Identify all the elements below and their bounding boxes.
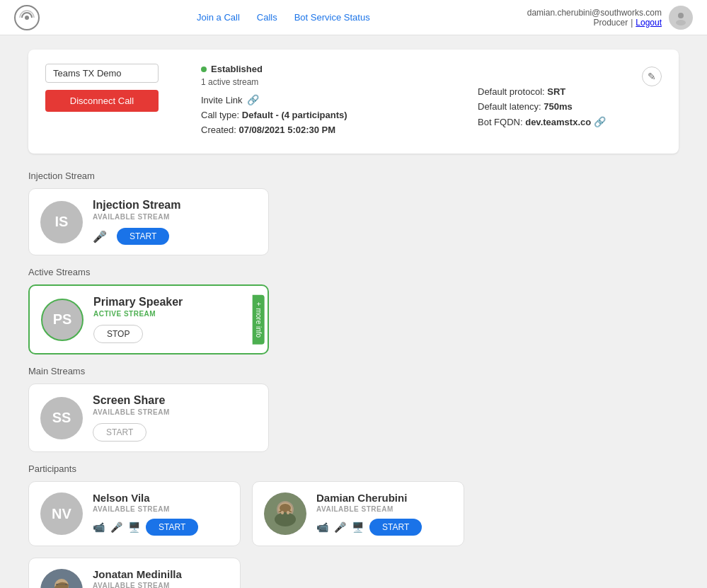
fqdn-row: Bot FQDN: dev.teamstx.co 🔗	[478, 116, 662, 127]
injection-stream-card: IS Injection Stream AVAILABLE STREAM 🎤 S…	[28, 188, 269, 255]
participant-status-2: AVAILABLE STREAM	[93, 582, 229, 588]
header-user: damian.cherubini@southworks.com Producer…	[527, 6, 693, 30]
participant-card-1: Damian Cherubini AVAILABLE STREAM 📹 🎤 🖥️…	[252, 481, 464, 546]
video-icon-1: 📹	[316, 521, 328, 533]
edit-icon: ✎	[648, 71, 656, 82]
screen-share-avatar: SS	[40, 397, 83, 439]
injection-start-button[interactable]: START	[117, 228, 169, 245]
participant-info-1: Damian Cherubini AVAILABLE STREAM 📹 🎤 🖥️…	[306, 492, 452, 536]
participant-card-0: NV Nelson Vila AVAILABLE STREAM 📹 🎤 🖥️ S…	[28, 481, 241, 546]
fqdn-copy-icon[interactable]: 🔗	[594, 116, 606, 127]
svg-point-2	[676, 20, 686, 25]
svg-point-1	[678, 13, 684, 18]
injection-stream-status: AVAILABLE STREAM	[93, 213, 257, 221]
injection-stream-actions: 🎤 START	[93, 228, 257, 245]
participant-card-2: Jonatan Medinilla AVAILABLE STREAM 📹 🎤 🖥…	[28, 558, 241, 588]
active-streams-section-label: Active Streams	[28, 267, 679, 277]
primary-speaker-avatar: PS	[41, 299, 84, 341]
protocol-row: Default protocol: SRT	[478, 86, 662, 97]
invite-copy-icon[interactable]: 🔗	[247, 94, 259, 105]
avatar	[669, 6, 693, 30]
header: Join a Call Calls Bot Service Status dam…	[0, 0, 707, 35]
participant-start-button-1[interactable]: START	[369, 519, 422, 536]
status-label: Established	[211, 64, 263, 74]
status-dot	[201, 67, 207, 72]
injection-stream-avatar: IS	[40, 201, 83, 243]
primary-speaker-status: ACTIVE STREAM	[93, 310, 256, 318]
video-icon-0: 📹	[93, 521, 105, 533]
injection-stream-section-label: Injection Stream	[28, 171, 679, 181]
nav-calls[interactable]: Calls	[257, 12, 277, 23]
screen-icon-0: 🖥️	[128, 521, 140, 533]
participant-status-1: AVAILABLE STREAM	[316, 505, 452, 513]
participant-start-button-0[interactable]: START	[146, 519, 198, 536]
active-stream-count: 1 active stream	[201, 77, 478, 87]
primary-speaker-initials: PS	[53, 311, 72, 328]
participant-name-2: Jonatan Medinilla	[93, 568, 229, 580]
main-streams-section-label: Main Streams	[28, 366, 679, 376]
fqdn-value: dev.teamstx.co	[525, 117, 591, 127]
call-card-middle: Established 1 active stream Invite Link …	[187, 64, 478, 139]
svg-rect-9	[287, 511, 289, 514]
call-dropdown[interactable]: Teams TX Demo	[45, 64, 159, 83]
injection-mic-icon: 🎤	[93, 230, 107, 243]
screen-share-start-button[interactable]: START	[93, 423, 146, 442]
user-info: damian.cherubini@southworks.com Producer…	[527, 8, 662, 28]
disconnect-button[interactable]: Disconnect Call	[45, 90, 159, 112]
participant-actions-1: 📹 🎤 🖥️ START	[316, 519, 452, 536]
screen-share-actions: START	[93, 423, 257, 442]
participant-avatar-2	[40, 569, 83, 588]
user-email: damian.cherubini@southworks.com	[527, 8, 662, 18]
screen-share-status: AVAILABLE STREAM	[93, 408, 257, 416]
screen-share-info: Screen Share AVAILABLE STREAM START	[83, 394, 257, 442]
participant-avatar-1	[264, 492, 306, 535]
primary-speaker-actions: STOP	[93, 325, 256, 343]
nav-bot-status[interactable]: Bot Service Status	[294, 12, 370, 23]
main-content: Teams TX Demo Disconnect Call Establishe…	[0, 35, 707, 588]
participants-grid: NV Nelson Vila AVAILABLE STREAM 📹 🎤 🖥️ S…	[28, 481, 679, 588]
invite-link-label: Invite Link	[201, 95, 243, 105]
primary-speaker-name: Primary Speaker	[93, 296, 256, 309]
logo	[14, 5, 40, 30]
screen-icon-1: 🖥️	[352, 521, 364, 533]
svg-rect-8	[281, 511, 284, 514]
user-role: Producer	[593, 18, 628, 28]
latency-row: Default latency: 750ms	[478, 101, 662, 112]
injection-stream-name: Injection Stream	[93, 199, 257, 212]
screen-share-name: Screen Share	[93, 394, 257, 407]
participant-info-2: Jonatan Medinilla AVAILABLE STREAM 📹 🎤 🖥…	[83, 568, 229, 588]
more-info-tab[interactable]: + more info	[252, 294, 264, 344]
screen-share-card: SS Screen Share AVAILABLE STREAM START	[28, 384, 269, 452]
protocol-value: SRT	[547, 86, 565, 97]
participant-actions-0: 📹 🎤 🖥️ START	[93, 519, 229, 536]
participants-section-label: Participants	[28, 463, 679, 474]
created-row: Created: 07/08/2021 5:02:30 PM	[201, 125, 478, 135]
primary-speaker-stop-button[interactable]: STOP	[93, 325, 143, 343]
participant-status-0: AVAILABLE STREAM	[93, 505, 229, 513]
edit-button[interactable]: ✎	[642, 67, 662, 86]
call-type-value: Default - (4 participants)	[242, 110, 347, 120]
participant-info-0: Nelson Vila AVAILABLE STREAM 📹 🎤 🖥️ STAR…	[83, 492, 229, 536]
primary-speaker-card: PS Primary Speaker ACTIVE STREAM STOP + …	[28, 284, 269, 354]
participant-name-1: Damian Cherubini	[316, 492, 452, 504]
logo-icon	[14, 5, 40, 30]
created-value: 07/08/2021 5:02:30 PM	[238, 125, 335, 135]
participant-initials-0: NV	[52, 506, 71, 522]
user-role-row: Producer | Logout	[527, 18, 662, 28]
svg-point-7	[275, 512, 296, 526]
invite-link-row: Invite Link 🔗	[201, 94, 478, 105]
call-card-right: ✎ Default protocol: SRT Default latency:…	[478, 64, 662, 132]
status-row: Established	[201, 64, 478, 74]
logout-link[interactable]: Logout	[636, 18, 662, 28]
nav-join-call[interactable]: Join a Call	[197, 12, 240, 23]
call-card: Teams TX Demo Disconnect Call Establishe…	[28, 50, 679, 154]
participant-avatar-0: NV	[40, 492, 83, 535]
screen-share-initials: SS	[52, 410, 71, 426]
latency-value: 750ms	[544, 101, 572, 112]
call-type-row: Call type: Default - (4 participants)	[201, 110, 478, 120]
injection-stream-initials: IS	[55, 214, 69, 230]
mic-icon-1: 🎤	[334, 521, 346, 533]
injection-stream-info: Injection Stream AVAILABLE STREAM 🎤 STAR…	[83, 199, 257, 245]
mic-icon-0: 🎤	[110, 521, 122, 533]
main-nav: Join a Call Calls Bot Service Status	[197, 12, 370, 23]
